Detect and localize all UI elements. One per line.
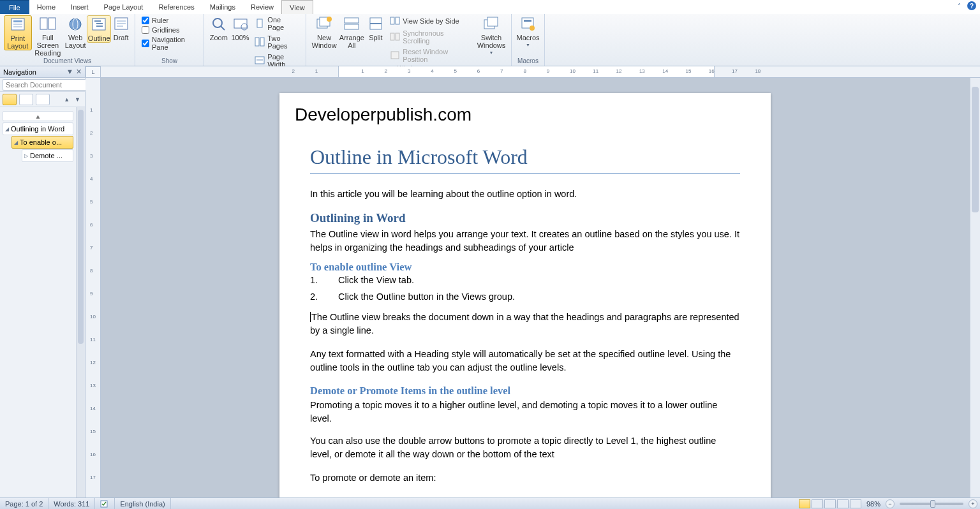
minimize-ribbon-icon[interactable]: ˄	[954, 1, 963, 10]
tab-insert[interactable]: Insert	[63, 0, 96, 14]
doc-p-double: You can also use the double arrow button…	[310, 434, 740, 461]
zoom-slider[interactable]	[900, 503, 963, 505]
svg-rect-39	[524, 20, 531, 22]
doc-intro: In this article you will be learning abo…	[310, 188, 740, 201]
step-text: Click the Outline button in the Views gr…	[338, 291, 515, 302]
view-side-by-side-button[interactable]: View Side by Side	[389, 15, 473, 27]
one-page-label: One Page	[267, 16, 298, 31]
synchronous-scrolling-button: Synchronous Scrolling	[389, 29, 473, 45]
nav-next-icon[interactable]: ▼	[73, 96, 82, 103]
doc-h2-outlining: Outlining in Word	[310, 211, 740, 225]
nav-scrollbar[interactable]	[76, 107, 85, 498]
svg-rect-34	[396, 33, 399, 40]
tab-file-label: File	[9, 4, 20, 11]
print-layout-label: Print Layout	[7, 34, 28, 50]
zoom-level[interactable]: 98%	[866, 500, 880, 508]
view-draft-button[interactable]	[850, 499, 861, 508]
new-window-button[interactable]: New Window	[310, 15, 338, 49]
svg-rect-3	[13, 26, 22, 27]
tree-item-demote[interactable]: ▷Demote ...	[22, 149, 73, 162]
page-header: Developerpublish.com	[295, 105, 740, 125]
arrange-all-label: Arrange All	[339, 34, 364, 49]
reset-window-position-button: Reset Window Position	[389, 47, 473, 64]
sync-scroll-icon	[390, 32, 400, 42]
zoom-out-button[interactable]: −	[886, 499, 895, 508]
caret-icon: ◢	[5, 126, 9, 132]
view-web-layout-button[interactable]	[824, 499, 836, 508]
split-button[interactable]: Split	[366, 15, 387, 41]
print-layout-button[interactable]: Print Layout	[4, 15, 32, 50]
draft-icon	[112, 17, 130, 32]
zoom-label: Zoom	[210, 34, 228, 41]
nav-collapse-bar[interactable]: ▲	[3, 111, 73, 121]
tree-item-to-enable[interactable]: ◢To enable o...	[11, 136, 73, 149]
help-icon[interactable]: ?	[967, 1, 976, 10]
tab-file[interactable]: File	[0, 0, 29, 14]
navigation-pane: Navigation ▼ ✕ 🔍 ▲ ▼ ▲ ◢Outlining in Wor…	[0, 66, 85, 498]
nav-tab-results[interactable]	[36, 94, 50, 105]
nav-tab-headings[interactable]	[3, 94, 17, 105]
zoom-in-button[interactable]: +	[969, 499, 977, 508]
ruler-checkbox[interactable]: Ruler	[142, 17, 197, 24]
macros-button[interactable]: Macros ▼	[516, 15, 540, 49]
status-words[interactable]: Words: 311	[48, 498, 95, 510]
view-outline-button[interactable]	[837, 499, 849, 508]
group-document-views-label: Document Views	[4, 57, 131, 66]
two-pages-label: Two Pages	[267, 34, 298, 50]
nav-tab-pages[interactable]	[19, 94, 33, 105]
nav-dropdown-icon[interactable]: ▼	[66, 68, 73, 76]
svg-rect-31	[390, 17, 394, 24]
svg-rect-11	[96, 26, 103, 27]
full-screen-reading-icon	[39, 17, 57, 32]
view-full-screen-button[interactable]	[812, 499, 823, 508]
caret-right-icon: ▷	[24, 153, 28, 159]
tab-review[interactable]: Review	[243, 0, 281, 14]
tab-mailings[interactable]: Mailings	[202, 0, 243, 14]
zoom-button[interactable]: Zoom	[208, 15, 230, 41]
arrange-all-button[interactable]: Arrange All	[338, 15, 365, 49]
status-page[interactable]: Page: 1 of 2	[0, 498, 48, 510]
view-side-by-side-label: View Side by Side	[403, 17, 459, 25]
tab-home[interactable]: Home	[29, 0, 63, 14]
draft-button[interactable]: Draft	[111, 15, 131, 41]
document-canvas[interactable]: Developerpublish.com Outline in Microsof…	[101, 78, 970, 498]
reset-pos-icon	[390, 50, 400, 61]
zoom-100-button[interactable]: 100%	[230, 15, 251, 41]
switch-windows-label: Switch Windows	[477, 34, 506, 49]
tab-selector[interactable]: L	[85, 66, 101, 78]
navigation-pane-checkbox[interactable]: Navigation Pane	[142, 36, 197, 51]
search-input[interactable]	[3, 79, 96, 91]
arrange-all-icon	[343, 17, 360, 32]
full-screen-reading-button[interactable]: Full Screen Reading	[32, 15, 64, 57]
horizontal-ruler[interactable]: 21123456789101112131415161718	[101, 66, 980, 78]
outline-button[interactable]: Outline	[87, 15, 111, 43]
step-text: Click the View tab.	[338, 275, 414, 285]
web-layout-button[interactable]: Web Layout	[64, 15, 87, 49]
two-pages-button[interactable]: Two Pages	[253, 34, 299, 50]
one-page-button[interactable]: One Page	[253, 15, 299, 32]
nav-prev-icon[interactable]: ▲	[62, 96, 71, 103]
tab-references[interactable]: References	[151, 0, 202, 14]
switch-windows-icon	[482, 17, 500, 32]
switch-windows-button[interactable]: Switch Windows ▼	[475, 15, 507, 57]
status-language[interactable]: English (India)	[115, 498, 170, 510]
vertical-ruler[interactable]: 1234567891011121314151617	[85, 78, 100, 498]
split-label: Split	[369, 34, 382, 41]
reset-pos-label: Reset Window Position	[403, 48, 471, 63]
doc-p-outlining: The Outline view in word helps you arran…	[310, 228, 740, 255]
svg-rect-28	[345, 24, 359, 29]
tab-view[interactable]: View	[281, 0, 313, 14]
tab-page-layout[interactable]: Page Layout	[96, 0, 151, 14]
vertical-scrollbar[interactable]	[970, 78, 980, 498]
svg-rect-37	[487, 17, 498, 26]
tree-item-outlining[interactable]: ◢Outlining in Word	[3, 122, 73, 135]
view-print-layout-button[interactable]	[799, 499, 810, 508]
gridlines-checkbox[interactable]: Gridlines	[142, 26, 197, 34]
status-proofing[interactable]	[95, 498, 115, 510]
nav-close-icon[interactable]: ✕	[76, 68, 82, 76]
step-num: 1.	[310, 275, 338, 285]
web-layout-icon	[66, 17, 84, 32]
svg-rect-21	[255, 38, 259, 46]
svg-rect-20	[257, 19, 262, 27]
doc-title: Outline in Microsoft Word	[310, 145, 740, 173]
